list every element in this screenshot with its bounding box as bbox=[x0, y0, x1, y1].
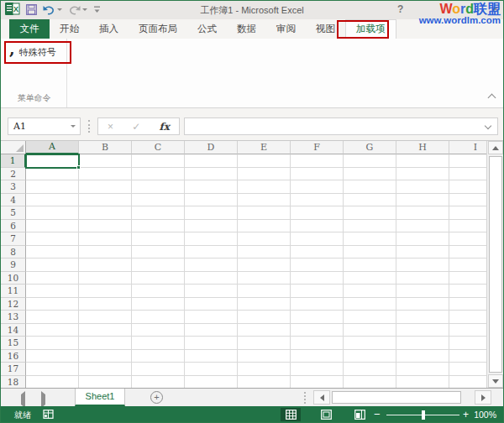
cell-F7[interactable] bbox=[291, 232, 344, 246]
cell-I13[interactable] bbox=[449, 311, 486, 324]
column-header-D[interactable]: D bbox=[185, 141, 238, 154]
cancel-icon[interactable]: × bbox=[108, 121, 113, 133]
row-header-4[interactable]: 4 bbox=[1, 194, 26, 207]
cell-A3[interactable] bbox=[26, 180, 79, 194]
cell-I10[interactable] bbox=[449, 272, 486, 285]
cell-F12[interactable] bbox=[291, 298, 344, 311]
cell-H14[interactable] bbox=[396, 324, 449, 337]
ribbon-tab-插入[interactable]: 插入 bbox=[89, 19, 129, 39]
cell-I14[interactable] bbox=[449, 324, 486, 337]
cell-I17[interactable] bbox=[449, 363, 486, 376]
cell-A7[interactable] bbox=[26, 232, 79, 246]
cell-I4[interactable] bbox=[449, 194, 486, 207]
cell-A17[interactable] bbox=[26, 363, 79, 376]
cell-G17[interactable] bbox=[344, 363, 396, 376]
cell-B3[interactable] bbox=[79, 180, 132, 194]
scroll-right-button[interactable] bbox=[475, 390, 491, 405]
row-header-5[interactable]: 5 bbox=[1, 206, 26, 220]
cell-D9[interactable] bbox=[185, 258, 238, 272]
cell-F9[interactable] bbox=[291, 258, 344, 272]
collapse-ribbon-icon[interactable] bbox=[488, 94, 496, 102]
cell-H8[interactable] bbox=[396, 246, 449, 259]
cell-E14[interactable] bbox=[238, 324, 291, 337]
horizontal-scroll-thumb[interactable] bbox=[332, 391, 461, 404]
cell-H5[interactable] bbox=[396, 206, 449, 220]
cell-H18[interactable] bbox=[396, 376, 449, 389]
cell-E5[interactable] bbox=[238, 206, 291, 220]
vertical-scrollbar[interactable] bbox=[486, 141, 503, 388]
cell-A13[interactable] bbox=[26, 311, 79, 324]
cell-E3[interactable] bbox=[238, 180, 291, 194]
cell-D12[interactable] bbox=[185, 298, 238, 311]
cell-F1[interactable] bbox=[291, 154, 344, 168]
name-box-dropdown-icon[interactable] bbox=[66, 125, 80, 128]
cell-D17[interactable] bbox=[185, 363, 238, 376]
scroll-down-button[interactable] bbox=[488, 374, 503, 388]
cell-D3[interactable] bbox=[185, 180, 238, 194]
column-header-I[interactable]: I bbox=[449, 141, 486, 154]
row-header-7[interactable]: 7 bbox=[1, 232, 26, 246]
cell-H12[interactable] bbox=[396, 298, 449, 311]
enter-icon[interactable]: ✓ bbox=[132, 121, 140, 133]
cell-D6[interactable] bbox=[185, 220, 238, 233]
cell-F16[interactable] bbox=[291, 350, 344, 363]
cell-H9[interactable] bbox=[396, 258, 449, 272]
insert-function-icon[interactable]: fx bbox=[160, 121, 170, 133]
cell-H15[interactable] bbox=[396, 337, 449, 350]
cell-G10[interactable] bbox=[344, 272, 396, 285]
cell-A5[interactable] bbox=[26, 206, 79, 220]
ribbon-tab-公式[interactable]: 公式 bbox=[187, 19, 227, 39]
cell-D7[interactable] bbox=[185, 232, 238, 246]
ribbon-tab-页面布局[interactable]: 页面布局 bbox=[129, 19, 187, 39]
cell-G6[interactable] bbox=[344, 220, 396, 233]
cell-F15[interactable] bbox=[291, 337, 344, 350]
expand-formula-bar-icon[interactable] bbox=[485, 123, 491, 129]
cell-B14[interactable] bbox=[79, 324, 132, 337]
row-header-8[interactable]: 8 bbox=[1, 246, 26, 259]
cell-E1[interactable] bbox=[238, 154, 291, 168]
cell-A12[interactable] bbox=[26, 298, 79, 311]
ribbon-tab-审阅[interactable]: 审阅 bbox=[266, 19, 306, 39]
cell-E12[interactable] bbox=[238, 298, 291, 311]
cell-C6[interactable] bbox=[132, 220, 185, 233]
cell-E13[interactable] bbox=[238, 311, 291, 324]
cell-F5[interactable] bbox=[291, 206, 344, 220]
cell-G1[interactable] bbox=[344, 154, 396, 168]
ribbon-tab-file[interactable]: 文件 bbox=[9, 19, 50, 39]
cell-I7[interactable] bbox=[449, 232, 486, 246]
cell-A14[interactable] bbox=[26, 324, 79, 337]
cell-B18[interactable] bbox=[79, 376, 132, 389]
cell-B8[interactable] bbox=[79, 246, 132, 259]
cell-H17[interactable] bbox=[396, 363, 449, 376]
cell-D5[interactable] bbox=[185, 206, 238, 220]
cell-D2[interactable] bbox=[185, 168, 238, 181]
row-header-17[interactable]: 17 bbox=[1, 363, 26, 376]
cell-A16[interactable] bbox=[26, 350, 79, 363]
cell-D8[interactable] bbox=[185, 246, 238, 259]
formula-input[interactable] bbox=[184, 118, 498, 135]
cell-D13[interactable] bbox=[185, 311, 238, 324]
cell-F14[interactable] bbox=[291, 324, 344, 337]
cell-F3[interactable] bbox=[291, 180, 344, 194]
zoom-level[interactable]: 100% bbox=[474, 410, 496, 420]
cell-C4[interactable] bbox=[132, 194, 185, 207]
cell-D11[interactable] bbox=[185, 285, 238, 298]
cell-I9[interactable] bbox=[449, 258, 486, 272]
cell-E15[interactable] bbox=[238, 337, 291, 350]
scroll-left-button[interactable] bbox=[313, 390, 330, 405]
cell-A8[interactable] bbox=[26, 246, 79, 259]
selected-cell-A1[interactable] bbox=[25, 154, 80, 169]
cell-I2[interactable] bbox=[449, 168, 486, 181]
cell-B17[interactable] bbox=[79, 363, 132, 376]
cell-G18[interactable] bbox=[344, 376, 396, 389]
cell-E17[interactable] bbox=[238, 363, 291, 376]
ribbon-tab-开始[interactable]: 开始 bbox=[50, 19, 89, 39]
cell-G16[interactable] bbox=[344, 350, 396, 363]
macro-record-icon[interactable] bbox=[43, 410, 54, 420]
cell-E10[interactable] bbox=[238, 272, 291, 285]
cell-H3[interactable] bbox=[396, 180, 449, 194]
close-icon[interactable]: × bbox=[492, 3, 499, 15]
cell-I18[interactable] bbox=[449, 376, 486, 389]
cell-C16[interactable] bbox=[132, 350, 185, 363]
cell-G14[interactable] bbox=[344, 324, 396, 337]
